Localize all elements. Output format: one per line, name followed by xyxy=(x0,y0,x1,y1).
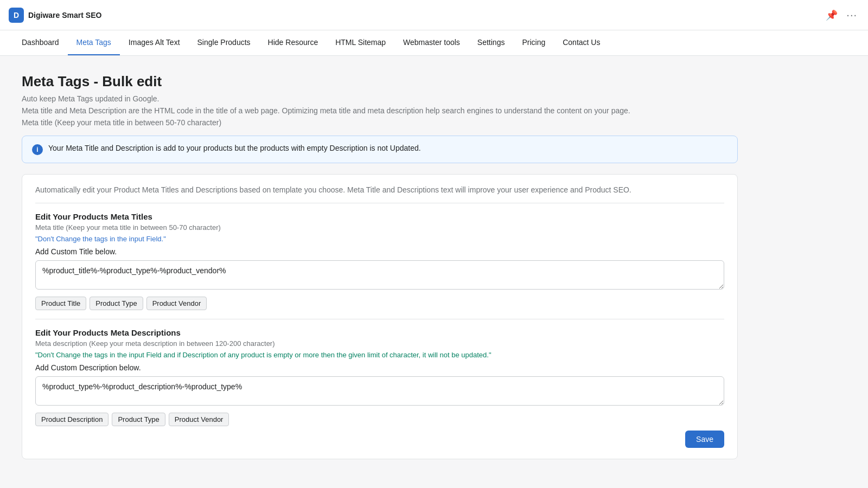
tag-product-type[interactable]: Product Type xyxy=(90,297,143,310)
top-bar: D Digiware Smart SEO 📌 ··· xyxy=(0,0,868,30)
more-button[interactable]: ··· xyxy=(844,7,859,23)
save-button[interactable]: Save xyxy=(685,431,724,448)
tag-product-title[interactable]: Product Title xyxy=(35,297,86,310)
nav-item-contact-us[interactable]: Contact Us xyxy=(554,30,609,55)
save-row: Save xyxy=(35,431,724,448)
info-banner: i Your Meta Title and Description is add… xyxy=(22,136,738,163)
nav-item-hide-resource[interactable]: Hide Resource xyxy=(259,30,327,55)
main-content: Meta Tags - Bulk edit Auto keep Meta Tag… xyxy=(0,56,760,487)
page-title: Meta Tags - Bulk edit xyxy=(22,73,738,90)
nav-item-single-products[interactable]: Single Products xyxy=(189,30,259,55)
nav-item-pricing[interactable]: Pricing xyxy=(513,30,554,55)
top-bar-right: 📌 ··· xyxy=(824,7,859,23)
main-card: Automatically edit your Product Meta Tit… xyxy=(22,174,738,459)
page-description: Meta title and Meta Description are the … xyxy=(22,106,738,115)
titles-edit-label: Edit Your Products Meta Titles xyxy=(35,212,724,221)
descriptions-tag-row: Product Description Product Type Product… xyxy=(35,413,724,426)
divider-1 xyxy=(35,203,724,203)
app-icon: D xyxy=(9,8,24,23)
nav-bar: Dashboard Meta Tags Images Alt Text Sing… xyxy=(0,30,868,56)
descriptions-edit-label: Edit Your Products Meta Descriptions xyxy=(35,328,724,337)
page-subtitle: Auto keep Meta Tags updated in Google. xyxy=(22,94,738,103)
descriptions-add-custom-label: Add Custom Description below. xyxy=(35,363,724,372)
info-icon: i xyxy=(32,144,43,155)
app-title: Digiware Smart SEO xyxy=(28,11,101,20)
nav-item-images-alt-text[interactable]: Images Alt Text xyxy=(120,30,189,55)
tag-product-description[interactable]: Product Description xyxy=(35,413,108,426)
tag-product-type-2[interactable]: Product Type xyxy=(112,413,165,426)
tag-product-vendor-2[interactable]: Product Vendor xyxy=(169,413,229,426)
info-banner-text: Your Meta Title and Description is add t… xyxy=(48,144,421,152)
auto-label: Automatically edit your Product Meta Tit… xyxy=(35,185,724,194)
descriptions-section: Edit Your Products Meta Descriptions Met… xyxy=(35,328,724,426)
titles-hint: Meta title (Keep your meta title in betw… xyxy=(35,223,724,232)
titles-input[interactable] xyxy=(35,260,724,290)
nav-item-meta-tags[interactable]: Meta Tags xyxy=(68,30,120,55)
titles-add-custom-label: Add Custom Title below. xyxy=(35,247,724,256)
nav-item-html-sitemap[interactable]: HTML Sitemap xyxy=(327,30,394,55)
nav-item-settings[interactable]: Settings xyxy=(469,30,514,55)
page-meta-hint: Meta title (Keep your meta title in betw… xyxy=(22,118,738,127)
descriptions-input[interactable] xyxy=(35,376,724,406)
titles-tag-row: Product Title Product Type Product Vendo… xyxy=(35,297,724,310)
titles-section: Edit Your Products Meta Titles Meta titl… xyxy=(35,212,724,310)
nav-item-dashboard[interactable]: Dashboard xyxy=(13,30,68,55)
pin-button[interactable]: 📌 xyxy=(824,7,840,23)
divider-2 xyxy=(35,319,724,319)
descriptions-hint: Meta description (Keep your meta descrip… xyxy=(35,339,724,348)
descriptions-warning: "Don't Change the tags in the input Fiel… xyxy=(35,351,724,359)
tag-product-vendor[interactable]: Product Vendor xyxy=(146,297,207,310)
titles-warning: "Don't Change the tags in the input Fiel… xyxy=(35,235,724,243)
nav-item-webmaster-tools[interactable]: Webmaster tools xyxy=(394,30,469,55)
